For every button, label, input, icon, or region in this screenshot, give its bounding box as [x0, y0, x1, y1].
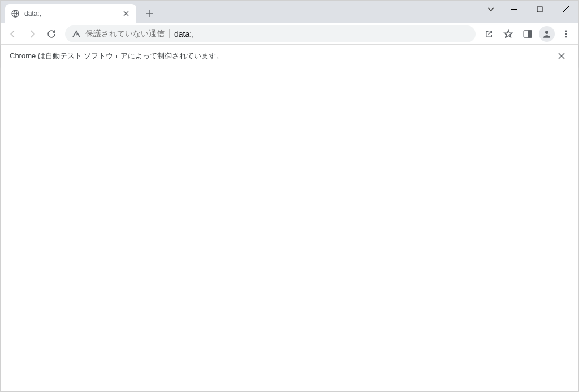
- address-bar[interactable]: 保護されていない通信 data:,: [65, 25, 476, 42]
- titlebar: data:,: [1, 1, 578, 23]
- security-status-text: 保護されていない通信: [85, 29, 165, 39]
- back-button: [4, 25, 22, 43]
- active-tab[interactable]: data:,: [5, 4, 136, 23]
- forward-button: [23, 25, 41, 43]
- minimize-button[interactable]: [500, 1, 526, 18]
- toolbar: 保護されていない通信 data:,: [1, 23, 578, 45]
- bookmark-button[interactable]: [499, 25, 517, 43]
- window-close-button[interactable]: [552, 1, 578, 18]
- automation-infobar: Chrome は自動テスト ソフトウェアによって制御されています。: [1, 45, 578, 67]
- infobar-message: Chrome は自動テスト ソフトウェアによって制御されています。: [10, 51, 554, 61]
- omnibox-divider: [169, 29, 170, 38]
- browser-window: data:,: [0, 0, 579, 392]
- maximize-button[interactable]: [526, 1, 552, 18]
- svg-rect-1: [537, 7, 542, 12]
- svg-point-6: [565, 33, 567, 35]
- search-tabs-button[interactable]: [481, 1, 500, 18]
- svg-point-4: [545, 31, 548, 34]
- not-secure-icon: [72, 29, 81, 38]
- menu-button[interactable]: [557, 25, 575, 43]
- profile-button[interactable]: [539, 26, 555, 42]
- infobar-close-button[interactable]: [554, 48, 569, 64]
- globe-icon: [11, 9, 20, 18]
- new-tab-button[interactable]: [142, 6, 158, 21]
- tab-title: data:,: [24, 10, 117, 18]
- svg-point-5: [565, 30, 567, 32]
- window-controls: [481, 1, 578, 18]
- svg-rect-3: [528, 31, 532, 37]
- reload-button[interactable]: [42, 25, 61, 43]
- svg-point-7: [565, 36, 567, 37]
- page-content: [1, 67, 578, 391]
- side-panel-button[interactable]: [518, 25, 537, 43]
- url-text: data:,: [174, 29, 469, 38]
- share-button[interactable]: [480, 25, 498, 43]
- tab-close-button[interactable]: [122, 9, 131, 18]
